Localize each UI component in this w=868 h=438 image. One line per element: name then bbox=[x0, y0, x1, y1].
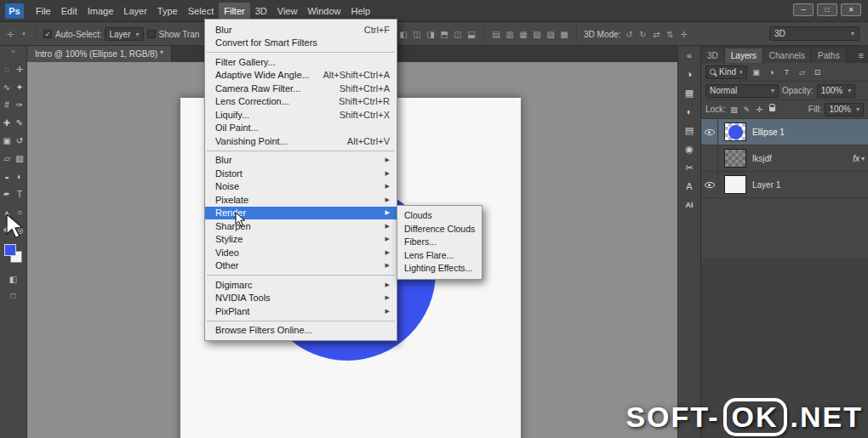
layer-row-lksjdf[interactable]: lksjdf fx ▾ bbox=[701, 145, 868, 172]
healing-brush-tool[interactable]: ✚ bbox=[1, 117, 14, 128]
align-center-h-icon[interactable]: ◫ bbox=[412, 30, 422, 39]
filter-menu-item-digimarc[interactable]: Digimarc ▶ bbox=[205, 278, 397, 292]
filter-menu-item-stylize[interactable]: Stylize ▶ bbox=[205, 233, 397, 247]
close-button[interactable]: ✕ bbox=[841, 3, 861, 16]
crop-tool[interactable]: # bbox=[1, 99, 14, 111]
lock-transparent-pixels-icon[interactable]: ▨ bbox=[729, 105, 739, 114]
submenu-item-difference-clouds[interactable]: Difference Clouds bbox=[397, 223, 482, 236]
lock-all-icon[interactable] bbox=[769, 107, 775, 111]
tab-paths[interactable]: Paths bbox=[812, 48, 847, 63]
filter-menu-item-lens-correction[interactable]: Lens Correction... Shift+Ctrl+R bbox=[205, 95, 397, 109]
filter-menu-item-distort[interactable]: Distort ▶ bbox=[205, 167, 397, 180]
filter-menu-item-liquify[interactable]: Liquify... Shift+Ctrl+X bbox=[205, 108, 397, 122]
blend-mode-select[interactable]: Normal ▾ bbox=[705, 84, 779, 98]
fx-badge[interactable]: fx bbox=[853, 154, 859, 163]
filter-menu-item-other[interactable]: Other ▶ bbox=[205, 259, 397, 273]
fill-select[interactable]: 100% ▾ bbox=[825, 103, 864, 117]
lasso-tool[interactable]: ∿ bbox=[1, 81, 14, 93]
lock-image-pixels-icon[interactable]: ✎ bbox=[742, 105, 751, 114]
submenu-item-clouds[interactable]: Clouds bbox=[397, 209, 482, 223]
menu-edit[interactable]: Edit bbox=[56, 3, 83, 20]
distribute-left-icon[interactable]: ▧ bbox=[532, 30, 542, 39]
filter-menu-item-noise[interactable]: Noise ▶ bbox=[205, 180, 397, 194]
move-tool-preset-icon[interactable]: ✛ bbox=[5, 30, 15, 39]
quick-mask-icon[interactable]: ◧ bbox=[9, 275, 17, 284]
show-transform-checkbox[interactable] bbox=[147, 30, 156, 38]
filter-menu-item-browse-online[interactable]: Browse Filters Online... bbox=[205, 324, 397, 338]
tab-3d[interactable]: 3D bbox=[701, 48, 725, 63]
ai-panel-icon[interactable]: AI bbox=[678, 196, 700, 214]
filter-menu-item-blur-category[interactable]: Blur ▶ bbox=[205, 154, 397, 168]
filter-menu-item-vanishing-point[interactable]: Vanishing Point... Alt+Ctrl+V bbox=[205, 134, 397, 148]
submenu-item-lighting-effects[interactable]: Lighting Effects... bbox=[397, 262, 482, 276]
marquee-tool[interactable]: ◌ bbox=[1, 63, 14, 75]
filter-menu-item-camera-raw[interactable]: Camera Raw Filter... Shift+Ctrl+A bbox=[205, 82, 397, 95]
layer-row-ellipse-1[interactable]: Ellipse 1 bbox=[701, 119, 868, 145]
align-right-icon[interactable]: ◨ bbox=[425, 30, 436, 39]
type-tool[interactable]: T bbox=[14, 188, 26, 200]
filter-shape-layers-icon[interactable]: ▱ bbox=[797, 68, 808, 77]
menu-help[interactable]: Help bbox=[346, 3, 376, 20]
maximize-button[interactable]: □ bbox=[817, 3, 837, 16]
lock-position-icon[interactable]: ✛ bbox=[755, 105, 764, 114]
gradient-tool[interactable]: ▧ bbox=[14, 152, 26, 164]
layer-thumbnail[interactable] bbox=[724, 175, 746, 194]
submenu-item-lens-flare[interactable]: Lens Flare... bbox=[397, 249, 482, 263]
menu-view[interactable]: View bbox=[272, 3, 303, 20]
character-panel-icon[interactable]: A bbox=[678, 177, 700, 196]
submenu-item-fibers[interactable]: Fibers... bbox=[397, 236, 482, 249]
eraser-tool[interactable]: ▱ bbox=[1, 152, 14, 164]
tab-channels[interactable]: Channels bbox=[763, 48, 812, 63]
masks-panel-icon[interactable]: ◉ bbox=[678, 139, 700, 158]
3d-slide-icon[interactable]: ⇅ bbox=[665, 30, 675, 39]
auto-select-target-select[interactable]: Layer ▾ bbox=[105, 27, 143, 41]
filter-menu-item-convert-smart-filters[interactable]: Convert for Smart Filters bbox=[205, 37, 397, 50]
document-tab[interactable]: Intro @ 100% (Ellipse 1, RGB/8) * bbox=[27, 46, 172, 62]
collapse-toolbar-icon[interactable]: » bbox=[0, 46, 26, 58]
filter-menu-item-blur-last[interactable]: Blur Ctrl+F bbox=[205, 23, 397, 37]
filter-menu-item-pixplant[interactable]: PixPlant ▶ bbox=[205, 304, 397, 318]
distribute-right-icon[interactable]: ▩ bbox=[559, 30, 569, 39]
filter-menu-item-oil-paint[interactable]: Oil Paint... bbox=[205, 122, 397, 135]
3d-drag-icon[interactable]: ⇄ bbox=[651, 30, 661, 39]
3d-rotate-icon[interactable]: ↺ bbox=[624, 30, 634, 39]
layer-thumbnail[interactable] bbox=[724, 149, 746, 168]
menu-filter[interactable]: Filter bbox=[219, 3, 249, 20]
filter-menu-item-pixelate[interactable]: Pixelate ▶ bbox=[205, 193, 397, 207]
clone-stamp-tool[interactable]: ▣ bbox=[1, 134, 14, 146]
expand-panels-icon[interactable]: « bbox=[678, 46, 700, 65]
visibility-toggle[interactable] bbox=[701, 119, 718, 145]
filter-menu-item-sharpen[interactable]: Sharpen ▶ bbox=[205, 219, 397, 233]
styles-panel-icon[interactable]: ▤ bbox=[678, 121, 700, 139]
filter-menu-item-filter-gallery[interactable]: Filter Gallery... bbox=[205, 55, 397, 69]
eyedropper-tool[interactable]: ✑ bbox=[14, 99, 26, 111]
3d-scale-icon[interactable]: ✛ bbox=[678, 30, 688, 39]
align-bottom-icon[interactable]: ⬓ bbox=[466, 30, 477, 39]
opacity-select[interactable]: 100% ▾ bbox=[817, 84, 856, 98]
distribute-center-h-icon[interactable]: ▨ bbox=[545, 30, 556, 39]
fx-collapse-icon[interactable]: ▾ bbox=[861, 155, 865, 162]
distribute-bottom-icon[interactable]: ▦ bbox=[518, 30, 528, 39]
visibility-toggle[interactable] bbox=[701, 172, 718, 197]
kind-filter-select[interactable]: Kind ▾ bbox=[705, 65, 747, 79]
color-panel-icon[interactable]: ◑ bbox=[678, 65, 700, 83]
distribute-center-v-icon[interactable]: ▥ bbox=[505, 30, 515, 39]
brush-tool[interactable]: ✎ bbox=[14, 117, 26, 128]
layer-row-layer-1[interactable]: Layer 1 bbox=[701, 172, 868, 198]
tab-layers[interactable]: Layers bbox=[725, 48, 763, 63]
filter-menu-item-video[interactable]: Video ▶ bbox=[205, 246, 397, 259]
move-tool[interactable]: ✛ bbox=[14, 63, 26, 75]
layer-thumbnail[interactable] bbox=[724, 122, 746, 141]
menu-3d[interactable]: 3D bbox=[250, 3, 272, 20]
auto-select-checkbox[interactable]: ✓ bbox=[43, 30, 52, 38]
swatches-panel-icon[interactable]: ▦ bbox=[678, 83, 700, 102]
filter-adjustment-layers-icon[interactable]: ◑ bbox=[766, 68, 778, 77]
history-brush-tool[interactable]: ↺ bbox=[14, 134, 26, 146]
align-center-v-icon[interactable]: ◫ bbox=[453, 30, 463, 39]
filter-type-layers-icon[interactable]: T bbox=[781, 68, 793, 77]
menu-image[interactable]: Image bbox=[83, 3, 119, 20]
align-top-icon[interactable]: ⬒ bbox=[439, 30, 449, 39]
filter-menu-item-adaptive-wide-angle[interactable]: Adaptive Wide Angle... Alt+Shift+Ctrl+A bbox=[205, 69, 397, 82]
foreground-color-swatch[interactable] bbox=[4, 244, 16, 256]
blur-tool[interactable]: ◒ bbox=[1, 170, 14, 182]
